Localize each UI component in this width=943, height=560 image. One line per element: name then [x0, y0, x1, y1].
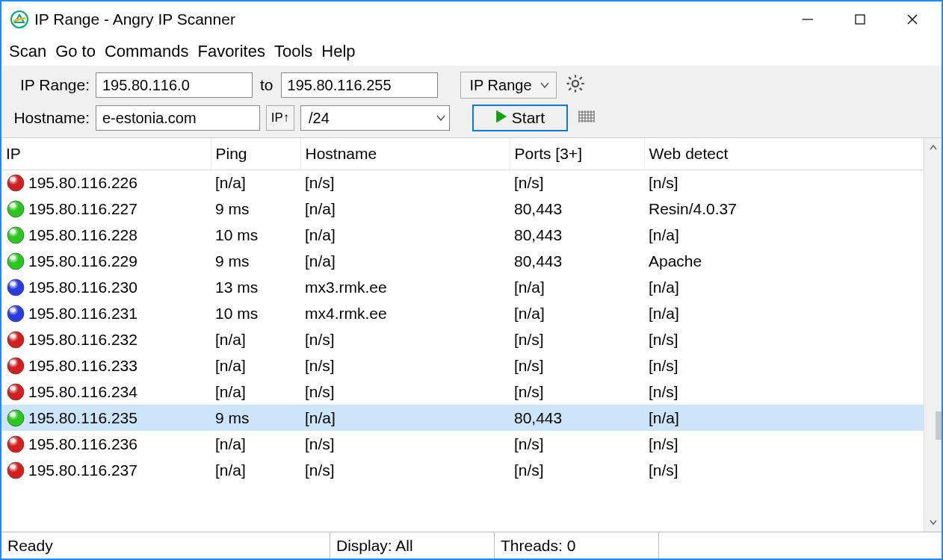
cell-webdetect: [n/a]: [644, 222, 924, 248]
table-row[interactable]: 195.80.116.232[n/a][n/s][n/s][n/s]: [1, 326, 924, 352]
menu-tools[interactable]: Tools: [274, 42, 312, 61]
svg-point-32: [7, 279, 24, 296]
hostname-input[interactable]: [96, 105, 260, 131]
col-header-ip[interactable]: IP: [1, 138, 211, 169]
cell-ip: 195.80.116.228: [1, 222, 211, 248]
close-button[interactable]: [886, 1, 939, 37]
table-row[interactable]: 195.80.116.2279 ms[n/a]80,443Resin/4.0.3…: [1, 196, 924, 222]
cell-webdetect: [n/s]: [644, 379, 924, 405]
col-header-ping[interactable]: Ping: [211, 138, 300, 169]
table-row[interactable]: 195.80.116.233[n/a][n/s][n/s][n/s]: [1, 352, 924, 379]
statusbar: Ready Display: All Threads: 0: [1, 532, 942, 559]
svg-point-27: [10, 203, 16, 208]
ip-text: 195.80.116.234: [28, 383, 137, 401]
svg-point-31: [10, 255, 16, 260]
cell-hostname: [n/a]: [300, 196, 510, 222]
scroll-down-arrow-icon[interactable]: [924, 512, 942, 532]
scrollbar-thumb[interactable]: [936, 411, 942, 440]
cell-ip: 195.80.116.227: [1, 196, 211, 222]
svg-point-37: [10, 334, 16, 338]
cell-ping: [n/a]: [211, 169, 300, 196]
cell-ports: 80,443: [510, 196, 644, 222]
cell-ip: 195.80.116.229: [1, 248, 211, 274]
menu-favorites[interactable]: Favorites: [197, 42, 265, 61]
cell-hostname: [n/s]: [300, 352, 510, 379]
cell-webdetect: [n/a]: [644, 405, 924, 431]
menubar: Scan Go to Commands Favorites Tools Help: [1, 37, 942, 66]
table-row[interactable]: 195.80.116.2359 ms[n/a]80,443[n/a]: [1, 405, 924, 431]
ip-from-input[interactable]: [96, 72, 253, 98]
cell-ip: 195.80.116.232: [1, 326, 211, 352]
ip-text: 195.80.116.236: [28, 435, 137, 453]
col-header-hostname[interactable]: Hostname: [300, 138, 510, 169]
maximize-button[interactable]: [834, 1, 886, 37]
cell-ip: 195.80.116.235: [1, 405, 211, 431]
svg-point-25: [10, 177, 16, 181]
cell-ping: 9 ms: [211, 248, 300, 274]
cell-webdetect: [n/a]: [644, 300, 924, 326]
results-table: IP Ping Hostname Ports [3+] Web detect 1…: [1, 138, 924, 483]
table-row[interactable]: 195.80.116.237[n/a][n/s][n/s][n/s]: [1, 457, 924, 483]
ip-text: 195.80.116.227: [28, 200, 137, 218]
cell-ping: 10 ms: [211, 300, 300, 326]
menu-scan[interactable]: Scan: [9, 42, 46, 61]
app-icon: [10, 10, 28, 28]
table-row[interactable]: 195.80.116.23013 msmx3.rmk.ee[n/a][n/a]: [1, 274, 924, 300]
cell-webdetect: [n/s]: [644, 169, 924, 196]
table-row[interactable]: 195.80.116.22810 ms[n/a]80,443[n/a]: [1, 222, 924, 248]
titlebar: IP Range - Angry IP Scanner: [1, 1, 942, 37]
cell-ping: 9 ms: [211, 196, 300, 222]
to-label: to: [259, 76, 275, 94]
status-display: Display: All: [330, 532, 495, 559]
cell-ping: [n/a]: [211, 326, 300, 352]
status-dot-icon: [6, 435, 25, 454]
netmask-dropdown[interactable]: /24: [300, 105, 450, 131]
svg-point-42: [7, 410, 24, 426]
cell-webdetect: [n/a]: [644, 274, 924, 300]
status-spacer: [659, 532, 942, 559]
col-header-webdetect[interactable]: Web detect: [644, 138, 924, 169]
results-table-wrap: IP Ping Hostname Ports [3+] Web detect 1…: [1, 138, 924, 532]
status-dot-icon: [6, 408, 25, 428]
start-button[interactable]: Start: [472, 105, 568, 131]
status-dot-icon: [6, 252, 25, 271]
play-icon: [495, 109, 507, 127]
cell-ports: [n/a]: [510, 274, 644, 300]
menu-goto[interactable]: Go to: [55, 42, 96, 61]
scroll-up-arrow-icon[interactable]: [924, 138, 942, 158]
col-header-ports[interactable]: Ports [3+]: [510, 138, 644, 169]
cell-ports: [n/s]: [510, 457, 644, 483]
svg-point-40: [7, 384, 24, 400]
table-row[interactable]: 195.80.116.234[n/a][n/s][n/s][n/s]: [1, 379, 924, 405]
cell-ip: 195.80.116.233: [1, 352, 211, 379]
cell-ports: [n/s]: [510, 326, 644, 352]
svg-point-24: [7, 175, 24, 191]
table-row[interactable]: 195.80.116.226[n/a][n/s][n/s][n/s]: [1, 169, 924, 196]
cell-ping: [n/a]: [211, 431, 300, 457]
feeder-dropdown[interactable]: IP Range: [460, 72, 557, 99]
ip-up-button[interactable]: IP↑: [266, 105, 294, 131]
svg-rect-2: [856, 15, 865, 24]
ip-to-input[interactable]: [281, 72, 438, 98]
fetchers-button[interactable]: [574, 105, 599, 131]
status-dot-icon: [6, 225, 25, 245]
vertical-scrollbar[interactable]: [924, 138, 942, 532]
cell-ports: 80,443: [510, 405, 644, 431]
chevron-down-icon: [539, 77, 550, 94]
menu-help[interactable]: Help: [321, 42, 355, 61]
table-row[interactable]: 195.80.116.236[n/a][n/s][n/s][n/s]: [1, 431, 924, 457]
cell-ping: [n/a]: [211, 379, 300, 405]
preferences-button[interactable]: [563, 72, 588, 98]
ip-text: 195.80.116.228: [28, 226, 137, 244]
cell-webdetect: [n/s]: [644, 352, 924, 379]
svg-point-30: [7, 253, 24, 270]
table-row[interactable]: 195.80.116.2299 ms[n/a]80,443Apache: [1, 248, 924, 274]
menu-commands[interactable]: Commands: [105, 42, 188, 61]
table-row[interactable]: 195.80.116.23110 msmx4.rmk.ee[n/a][n/a]: [1, 300, 924, 326]
cell-webdetect: Resin/4.0.37: [644, 196, 924, 222]
svg-point-46: [7, 462, 24, 479]
svg-point-34: [7, 305, 24, 322]
minimize-button[interactable]: [782, 1, 834, 37]
table-header-row: IP Ping Hostname Ports [3+] Web detect: [1, 138, 924, 169]
gear-icon: [565, 73, 586, 98]
